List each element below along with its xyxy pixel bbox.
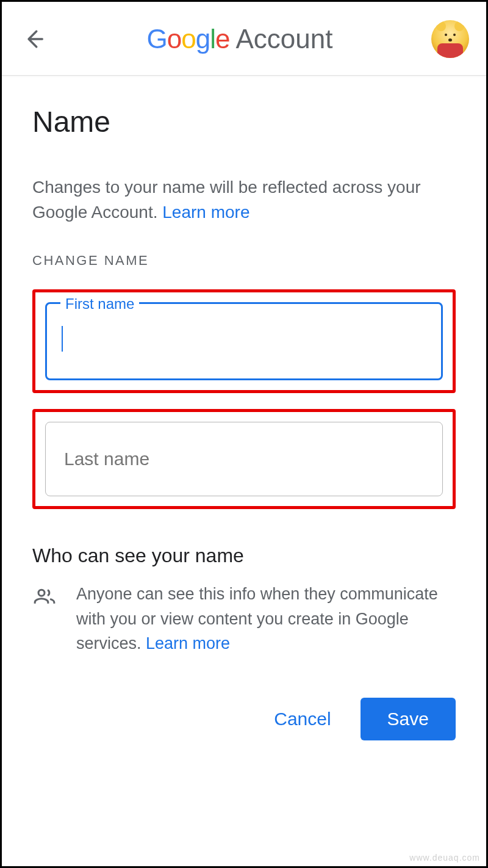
app-header: Google Account	[2, 2, 486, 76]
google-logo: Google	[147, 24, 230, 54]
highlight-first-name: First name	[32, 289, 456, 393]
visibility-body: Anyone can see this info when they com­m…	[76, 585, 438, 653]
learn-more-link[interactable]: Learn more	[162, 203, 249, 222]
watermark: www.deuaq.com	[409, 853, 480, 863]
svg-point-0	[38, 590, 45, 596]
arrow-left-icon	[22, 27, 45, 51]
first-name-label: First name	[60, 295, 139, 313]
back-button[interactable]	[19, 24, 48, 54]
visibility-learn-more-link[interactable]: Learn more	[146, 634, 230, 653]
highlight-last-name	[32, 409, 456, 509]
text-caret	[62, 326, 63, 352]
action-row: Cancel Save	[32, 698, 456, 740]
profile-avatar[interactable]	[431, 20, 469, 58]
save-button[interactable]: Save	[361, 698, 456, 740]
header-title: Google Account	[48, 24, 431, 54]
visibility-text: Anyone can see this info when they com­m…	[76, 582, 456, 656]
visibility-row: Anyone can see this info when they com­m…	[32, 582, 456, 656]
first-name-field[interactable]: First name	[45, 302, 443, 380]
header-product-name: Account	[235, 24, 332, 54]
visibility-heading: Who can see your name	[32, 544, 456, 567]
last-name-input[interactable]	[64, 449, 424, 469]
cancel-button[interactable]: Cancel	[267, 700, 338, 738]
people-icon	[32, 582, 58, 656]
page-title: Name	[32, 105, 456, 139]
last-name-field[interactable]	[45, 422, 443, 496]
page-description: Changes to your name will be reflected a…	[32, 175, 456, 225]
section-label-change-name: CHANGE NAME	[32, 253, 456, 269]
